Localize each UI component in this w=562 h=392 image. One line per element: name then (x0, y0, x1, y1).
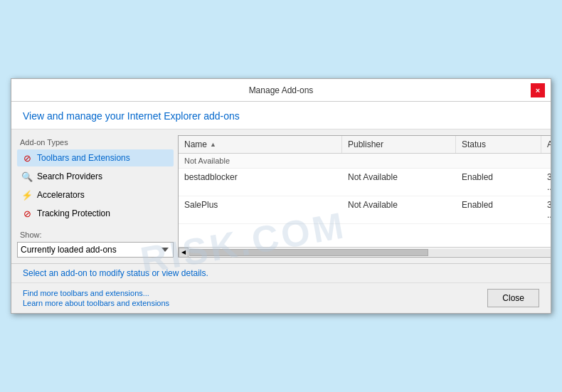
content-area: Add-on Types ⊘ Toolbars and Extensions 🔍… (11, 129, 551, 263)
show-label: Show: (17, 226, 174, 240)
search-icon: 🔍 (21, 171, 33, 182)
toolbars-icon: ⊘ (21, 152, 33, 164)
status-text: Select an add-on to modify status or vie… (23, 268, 208, 278)
addon-types-label: Add-on Types (17, 135, 174, 148)
show-select[interactable]: Currently loaded add-ons All add-ons Run… (17, 242, 174, 258)
subtitle-bar: View and manage your Internet Explorer a… (11, 102, 551, 129)
table-row[interactable]: SalePlus Not Available Enabled 32-bit an… (179, 196, 551, 224)
nav-item-toolbars-label: Toolbars and Extensions (37, 153, 130, 163)
status-bar: Select an add-on to modify status or vie… (11, 263, 551, 282)
footer: Find more toolbars and extensions... Lea… (11, 282, 551, 313)
horizontal-scrollbar[interactable]: ◀ ▶ (179, 247, 551, 257)
right-panel: Name ▲ Publisher Status Architecture Not… (178, 135, 551, 258)
close-title-button[interactable]: × (531, 83, 545, 97)
scroll-left-arrow[interactable]: ◀ (179, 248, 189, 258)
col-header-status: Status (456, 136, 541, 153)
nav-item-search-label: Search Providers (37, 171, 102, 181)
col-header-name: Name ▲ (179, 136, 342, 153)
cell-status-0: Enabled (456, 169, 541, 196)
title-bar: Manage Add-ons × (11, 79, 551, 102)
cell-arch-1: 32-bit and ... (541, 196, 551, 223)
scroll-track[interactable] (189, 249, 551, 256)
cell-publisher-1: Not Available (342, 196, 456, 223)
table-row[interactable]: bestadblocker Not Available Enabled 32-b… (179, 169, 551, 196)
left-panel: Add-on Types ⊘ Toolbars and Extensions 🔍… (17, 135, 174, 258)
cell-name-0: bestadblocker (179, 169, 342, 196)
cell-name-1: SalePlus (179, 196, 342, 223)
sort-icon: ▲ (210, 141, 216, 148)
footer-link-learn[interactable]: Learn more about toolbars and extensions (23, 299, 169, 307)
close-button[interactable]: Close (487, 289, 539, 307)
scroll-thumb[interactable] (189, 249, 428, 256)
footer-link-find[interactable]: Find more toolbars and extensions... (23, 289, 169, 297)
nav-item-tracking-label: Tracking Protection (37, 208, 110, 218)
footer-links: Find more toolbars and extensions... Lea… (23, 289, 169, 307)
col-header-architecture: Architecture (541, 136, 551, 153)
accelerators-icon: ⚡ (21, 189, 33, 201)
cell-publisher-0: Not Available (342, 169, 456, 196)
cell-arch-0: 32-bit and ... (541, 169, 551, 196)
tracking-icon: ⊘ (21, 208, 33, 219)
nav-item-tracking[interactable]: ⊘ Tracking Protection (17, 205, 174, 222)
dialog-title: Manage Add-ons (31, 85, 531, 95)
nav-item-toolbars[interactable]: ⊘ Toolbars and Extensions (17, 149, 174, 166)
subtitle-text: View and manage your Internet Explorer a… (23, 110, 240, 122)
cell-status-1: Enabled (456, 196, 541, 223)
section-label: Not Available (179, 154, 551, 169)
nav-item-accelerators-label: Accelerators (37, 190, 85, 200)
col-header-publisher: Publisher (342, 136, 456, 153)
manage-addons-dialog: Manage Add-ons × View and manage your In… (11, 78, 551, 314)
nav-item-accelerators[interactable]: ⚡ Accelerators (17, 186, 174, 203)
table-body: Not Available bestadblocker Not Availabl… (179, 154, 551, 247)
nav-item-search[interactable]: 🔍 Search Providers (17, 168, 174, 185)
table-header: Name ▲ Publisher Status Architecture (179, 136, 551, 154)
